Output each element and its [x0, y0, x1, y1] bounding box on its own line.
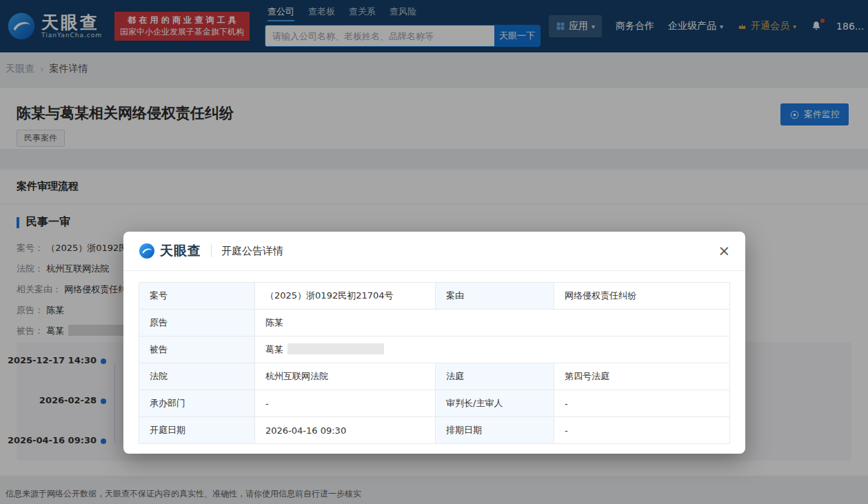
cell-label: 法院: [139, 363, 255, 390]
cell-value: 2026-04-16 09:30: [255, 417, 436, 444]
table-row: 原告 陈某: [139, 310, 730, 336]
cell-value: （2025）浙0192民初21704号: [255, 283, 436, 310]
cell-value: 第四号法庭: [554, 363, 730, 390]
divider: [211, 245, 212, 257]
cell-value: 葛某: [255, 336, 730, 363]
cell-label: 审判长/主审人: [436, 390, 554, 417]
cell-label: 案号: [139, 283, 255, 310]
cell-label: 案由: [436, 283, 554, 310]
modal-brand: 天眼查: [160, 242, 201, 260]
table-row: 开庭日期 2026-04-16 09:30 排期日期 -: [139, 417, 730, 444]
hearing-detail-table: 案号 （2025）浙0192民初21704号 案由 网络侵权责任纠纷 原告 陈某…: [139, 282, 730, 444]
cell-label: 承办部门: [139, 390, 255, 417]
table-row: 承办部门 - 审判长/主审人 -: [139, 390, 730, 417]
cell-value: -: [554, 390, 730, 417]
tianyancha-logo-icon: [139, 243, 155, 259]
cell-label: 被告: [139, 336, 255, 363]
defendant-name: 葛某: [265, 344, 283, 354]
cell-value: 网络侵权责任纠纷: [554, 283, 730, 310]
cell-label: 原告: [139, 310, 255, 336]
close-icon[interactable]: ×: [718, 244, 730, 259]
cell-value: 杭州互联网法院: [255, 363, 436, 390]
table-row: 被告 葛某: [139, 336, 730, 363]
modal-header: 天眼查 开庭公告详情 ×: [123, 232, 745, 271]
cell-value: 陈某: [255, 310, 730, 336]
cell-label: 法庭: [436, 363, 554, 390]
hearing-detail-modal: 天眼查 开庭公告详情 × 案号 （2025）浙0192民初21704号 案由 网…: [123, 232, 745, 454]
redacted-block: [287, 343, 384, 354]
modal-title: 开庭公告详情: [221, 245, 283, 258]
table-row: 法院 杭州互联网法院 法庭 第四号法庭: [139, 363, 730, 390]
cell-label: 排期日期: [436, 417, 554, 444]
cell-label: 开庭日期: [139, 417, 255, 444]
cell-value: -: [255, 390, 436, 417]
table-row: 案号 （2025）浙0192民初21704号 案由 网络侵权责任纠纷: [139, 283, 730, 310]
cell-value: -: [554, 417, 730, 444]
